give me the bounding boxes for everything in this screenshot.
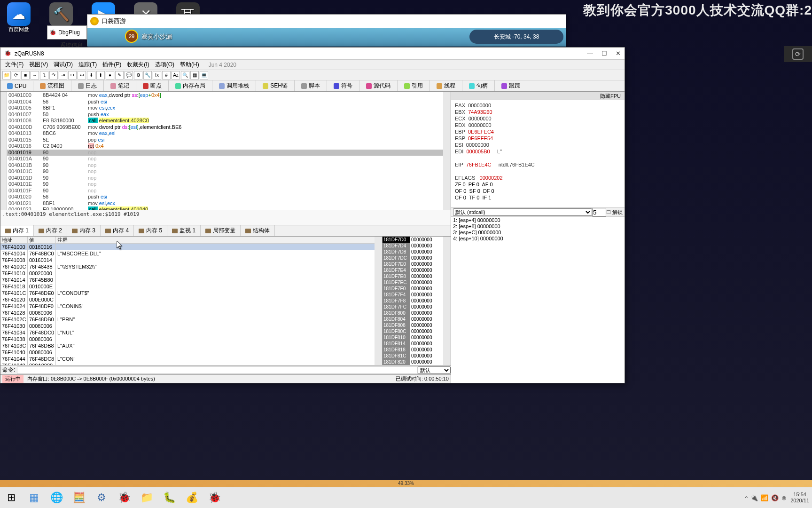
main-tab[interactable]: 调用堆栈 xyxy=(212,80,256,91)
memory-tab[interactable]: 内存 4 xyxy=(101,225,134,236)
scrollbar-v[interactable] xyxy=(443,237,451,365)
toolbar-button[interactable]: ⚙ xyxy=(134,71,142,79)
main-tab[interactable]: 源代码 xyxy=(359,80,398,91)
toolbar-button[interactable]: 🔧 xyxy=(143,71,152,79)
stack-args: 1: [esp+4] 000000002: [esp+8] 000000003:… xyxy=(451,217,625,242)
registers-view[interactable]: EAX 00000000 EBX 74A93E60 ECX 00000000 E… xyxy=(451,100,625,207)
tray-icon[interactable]: ⊗ xyxy=(781,494,787,501)
calling-convention-select[interactable]: 默认 (stdcall) xyxy=(453,208,592,216)
main-tab[interactable]: 符号 xyxy=(327,80,359,91)
toolbar-button[interactable]: 💬 xyxy=(125,71,133,79)
main-tab[interactable]: SEH链 xyxy=(256,80,295,91)
toolbar-button[interactable]: ✎ xyxy=(115,71,124,79)
task-icon[interactable]: ⚙ xyxy=(93,489,110,506)
toolbar-button[interactable]: ↷ xyxy=(49,71,58,79)
menu-item[interactable]: 调试(D) xyxy=(52,60,75,70)
memory-tab[interactable]: 结构体 xyxy=(241,225,275,236)
minimize-button[interactable]: — xyxy=(587,50,593,57)
toolbar-button[interactable]: ⤵ xyxy=(40,71,48,79)
tray-icon[interactable]: 📶 xyxy=(761,494,768,501)
cmd-mode-select[interactable]: 默认 xyxy=(418,366,451,374)
task-icon[interactable]: 💰 xyxy=(183,489,200,506)
tray-icon[interactable]: 🔌 xyxy=(750,494,758,501)
task-icon[interactable]: 🌐 xyxy=(48,489,65,506)
close-button[interactable]: ✕ xyxy=(616,50,621,57)
toolbar-button[interactable]: ↦ xyxy=(68,71,77,79)
main-tab[interactable]: 流程图 xyxy=(33,80,71,91)
main-tab[interactable]: 日志 xyxy=(71,80,104,91)
toolbar-button[interactable]: ↤ xyxy=(78,71,86,79)
toolbar-button[interactable]: ⇥ xyxy=(59,71,67,79)
stack-view[interactable]: 181DF7D000000000181DF7D400000000181DF7D8… xyxy=(382,237,443,365)
toolbar-button[interactable]: 📁 xyxy=(2,71,11,79)
start-button[interactable]: ⊞ xyxy=(3,489,20,506)
task-icon[interactable]: ▦ xyxy=(25,489,42,506)
clock-date[interactable]: 2020/11 xyxy=(790,498,809,504)
col-addr[interactable]: 地址 xyxy=(0,237,28,243)
maximize-button[interactable]: ☐ xyxy=(601,50,607,57)
menu-item[interactable]: 视图(V) xyxy=(27,60,50,70)
main-tab[interactable]: CPU xyxy=(0,81,33,91)
menu-item[interactable]: 插件(P) xyxy=(101,60,123,70)
menu-item[interactable]: 文件(F) xyxy=(3,60,25,70)
toolbar-button[interactable]: ⟳ xyxy=(12,71,20,79)
memory-tab[interactable]: 内存 1 xyxy=(0,225,34,236)
task-icon[interactable]: 🐛 xyxy=(161,489,178,506)
task-icon[interactable]: 🐞 xyxy=(206,489,223,506)
menu-item[interactable]: 追踪(T) xyxy=(77,60,99,70)
task-icon[interactable]: 🐞 xyxy=(116,489,133,506)
fpu-toggle[interactable]: 隐藏FPU xyxy=(600,93,621,99)
clock-time[interactable]: 15:54 xyxy=(790,492,809,498)
col-comment[interactable]: 注释 xyxy=(56,237,375,243)
tray-icon[interactable]: 🔇 xyxy=(771,494,779,501)
game-level-badge: 29 xyxy=(125,30,138,43)
toolbar-button[interactable]: 💻 xyxy=(200,71,208,79)
main-tab[interactable]: 线程 xyxy=(430,80,462,91)
tray-icon[interactable]: ^ xyxy=(745,494,748,501)
main-tab[interactable]: 跟踪 xyxy=(495,80,527,91)
memory-tab[interactable]: 局部变量 xyxy=(201,225,241,236)
toolbar-button[interactable]: # xyxy=(162,71,171,79)
task-icon[interactable]: 📁 xyxy=(138,489,155,506)
build-date: Jun 4 2020 xyxy=(207,61,238,69)
disassembly-view[interactable]: 0040100000401004004010050040100700401008… xyxy=(0,92,451,210)
toolbar-button[interactable]: ▦ xyxy=(190,71,199,79)
game-titlebar[interactable]: 口袋西游 xyxy=(87,15,566,28)
menu-item[interactable]: 选项(O) xyxy=(153,60,176,70)
memory-tab[interactable]: 内存 2 xyxy=(34,225,67,236)
main-tab[interactable]: 句柄 xyxy=(462,80,495,91)
toolbar-button[interactable]: Az xyxy=(172,71,180,79)
unlock-label[interactable]: 解锁 xyxy=(612,209,623,215)
toolbar-button[interactable]: ● xyxy=(106,71,114,79)
col-val[interactable]: 值 xyxy=(28,237,56,243)
dbg-plugin-window[interactable]: 🐞DbgPlug xyxy=(47,25,87,40)
toolbar-button[interactable]: → xyxy=(31,71,39,79)
toolbar-button[interactable]: 🔍 xyxy=(181,71,189,79)
toolbar-button[interactable]: ⬆ xyxy=(96,71,105,79)
memory-tab[interactable]: 监视 1 xyxy=(167,225,201,236)
main-tab[interactable]: 内存布局 xyxy=(169,80,212,91)
main-tabs: CPU流程图日志笔记断点内存布局调用堆栈SEH链脚本符号源代码引用线程句柄跟踪 xyxy=(0,80,625,92)
scrollbar-v[interactable] xyxy=(375,237,382,365)
toolbar-button[interactable]: ■ xyxy=(21,71,30,79)
scrollbar-v[interactable] xyxy=(443,92,451,210)
desktop-icon-baidu[interactable]: ☁百度网盘 xyxy=(5,2,33,33)
task-icon[interactable]: 🧮 xyxy=(70,489,87,506)
main-tab[interactable]: 断点 xyxy=(136,80,169,91)
power-button[interactable]: ⟳ xyxy=(792,48,804,60)
main-tab[interactable]: 脚本 xyxy=(295,80,327,91)
menu-item[interactable]: 收藏夹(I) xyxy=(125,60,151,70)
toolbar-button[interactable]: ⬇ xyxy=(87,71,95,79)
menu-item[interactable]: 帮助(H) xyxy=(178,60,201,70)
game-window: 口袋西游 29 寂寞小沙漏 长安城 -70, 34, 38 xyxy=(87,14,566,46)
debugger-titlebar[interactable]: 🐞 zQaRUSN8 — ☐ ✕ xyxy=(0,48,625,60)
game-icon xyxy=(90,17,99,25)
toolbar-button[interactable]: fx xyxy=(153,71,161,79)
memory-tab[interactable]: 内存 5 xyxy=(134,225,167,236)
memory-dump[interactable]: 76F410000018001676F4100476F48BC0L"MSCORE… xyxy=(0,244,375,365)
command-input[interactable] xyxy=(17,366,418,374)
arg-count-input[interactable] xyxy=(592,208,606,217)
memory-tab[interactable]: 内存 3 xyxy=(67,225,101,236)
main-tab[interactable]: 引用 xyxy=(398,80,430,91)
main-tab[interactable]: 笔记 xyxy=(104,80,136,91)
